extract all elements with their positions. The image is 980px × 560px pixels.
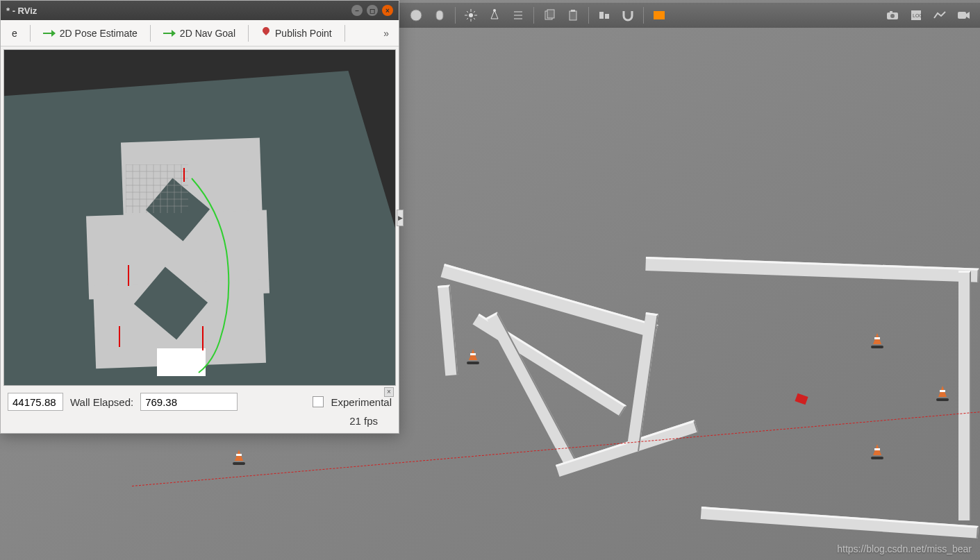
- window-titlebar[interactable]: * - RViz – ◻ ×: [1, 1, 399, 20]
- paste-icon[interactable]: [562, 5, 584, 26]
- toolbar-separator: [455, 7, 456, 24]
- rviz-3d-viewport[interactable]: ▶ ×: [3, 49, 396, 386]
- light-directional-icon[interactable]: [507, 5, 529, 26]
- svg-rect-20: [605, 14, 609, 19]
- rviz-toolbar: e 2D Pose Estimate 2D Nav Goal Publish P…: [1, 20, 399, 46]
- close-button[interactable]: ×: [382, 5, 393, 16]
- watermark-text: https://blog.csdn.net/miss_bear: [837, 543, 972, 554]
- log-icon[interactable]: LOG: [905, 5, 927, 26]
- panel-expand-handle[interactable]: ▶: [397, 210, 404, 226]
- tool-label: Publish Point: [275, 28, 332, 39]
- snap-icon[interactable]: [617, 5, 639, 26]
- map-region: [157, 348, 206, 376]
- svg-point-22: [890, 14, 895, 18]
- wall-segment: [958, 271, 971, 520]
- toolbar-separator: [248, 25, 249, 42]
- toolbar-overflow[interactable]: »: [378, 25, 395, 42]
- svg-rect-26: [958, 12, 966, 19]
- svg-rect-19: [599, 12, 604, 19]
- svg-rect-23: [890, 11, 892, 13]
- toolbar-separator: [533, 7, 534, 24]
- wall-elapsed-label: Wall Elapsed:: [70, 396, 133, 408]
- tool-label: 2D Nav Goal: [180, 28, 235, 39]
- rviz-status-bar: Wall Elapsed: Experimental 21 fps: [1, 389, 399, 433]
- traffic-cone: [871, 444, 883, 459]
- experimental-label: Experimental: [331, 396, 392, 408]
- maximize-button[interactable]: ◻: [367, 5, 378, 16]
- grid-overlay: [126, 164, 188, 213]
- svg-line-7: [467, 11, 468, 12]
- svg-point-11: [493, 9, 496, 12]
- nav-goal-tool[interactable]: 2D Nav Goal: [156, 25, 242, 42]
- pose-marker: [128, 265, 129, 286]
- toolbar-separator: [30, 25, 31, 42]
- tool-cut-left[interactable]: e: [5, 25, 24, 42]
- wall-elapsed-field[interactable]: [140, 393, 238, 411]
- svg-point-0: [410, 10, 422, 21]
- arrow-icon: [163, 31, 176, 35]
- pin-icon: [261, 27, 271, 40]
- svg-rect-18: [571, 10, 575, 12]
- traffic-cone: [233, 450, 245, 465]
- svg-rect-17: [570, 11, 576, 20]
- status-row: Wall Elapsed: Experimental: [8, 393, 392, 411]
- traffic-cone: [871, 333, 883, 348]
- gazebo-toolbar: LOG: [399, 3, 980, 28]
- svg-rect-16: [547, 10, 554, 18]
- window-title: * - RViz: [6, 6, 37, 16]
- arrow-icon: [43, 31, 56, 35]
- toolbar-separator: [588, 7, 589, 24]
- pose-estimate-tool[interactable]: 2D Pose Estimate: [36, 25, 144, 42]
- align-icon[interactable]: [593, 5, 615, 26]
- camera-icon[interactable]: [881, 5, 904, 26]
- toolbar-separator: [150, 25, 151, 42]
- publish-point-tool[interactable]: Publish Point: [254, 24, 339, 42]
- svg-line-8: [474, 18, 475, 19]
- minimize-button[interactable]: –: [351, 5, 363, 16]
- svg-line-10: [467, 18, 468, 19]
- panel-close-handle[interactable]: ×: [384, 387, 394, 397]
- toolbar-separator: [643, 7, 644, 24]
- plot-icon[interactable]: [929, 5, 951, 26]
- tool-label: e: [12, 28, 17, 39]
- svg-point-2: [469, 13, 473, 17]
- svg-text:LOG: LOG: [913, 13, 923, 18]
- toolbar-separator: [344, 25, 345, 42]
- svg-line-9: [474, 11, 475, 12]
- fps-readout: 21 fps: [8, 415, 392, 427]
- light-spot-icon[interactable]: [483, 5, 506, 26]
- box-orange-icon[interactable]: [648, 5, 670, 26]
- pose-marker: [183, 168, 185, 182]
- sphere-icon[interactable]: [405, 5, 427, 26]
- experimental-checkbox[interactable]: [313, 396, 324, 407]
- window-controls: – ◻ ×: [351, 5, 393, 16]
- pose-marker: [119, 326, 120, 347]
- rviz-window: * - RViz – ◻ × e 2D Pose Estimate 2D Nav…: [0, 0, 399, 434]
- record-icon[interactable]: [952, 5, 974, 26]
- toolbar-right-group: LOG: [881, 5, 974, 26]
- cylinder-icon[interactable]: [429, 5, 451, 26]
- light-point-icon[interactable]: [460, 5, 482, 26]
- traffic-cone: [936, 386, 949, 401]
- ros-time-field[interactable]: [8, 393, 63, 411]
- pose-marker: [202, 326, 204, 350]
- tool-label: 2D Pose Estimate: [60, 28, 138, 39]
- traffic-cone: [467, 349, 479, 364]
- svg-rect-1: [436, 10, 443, 20]
- copy-icon[interactable]: [538, 5, 560, 26]
